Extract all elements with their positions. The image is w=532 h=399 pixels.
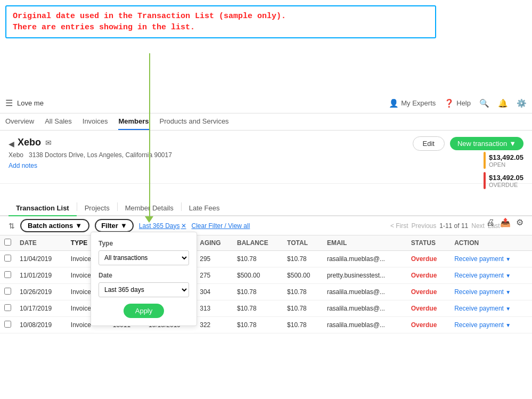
next-page-link[interactable]: Next: [471, 222, 485, 230]
apply-filter-button[interactable]: Apply: [124, 304, 165, 318]
bell-icon[interactable]: 🔔: [498, 99, 508, 108]
overdue-status-bar: [484, 172, 486, 189]
overdue-amount: $13,492.05: [489, 174, 523, 182]
search-icon[interactable]: 🔍: [479, 99, 489, 108]
action-dropdown-icon-3[interactable]: ▼: [505, 306, 511, 312]
row-total-1: $500.00: [283, 267, 323, 284]
open-status-box: $13,492.05 OPEN: [484, 152, 523, 169]
row-status-0[interactable]: Overdue: [407, 251, 451, 267]
row-balance-2: $10.78: [233, 284, 283, 300]
my-experts-label: My Experts: [401, 99, 436, 107]
overdue-label: OVERDUE: [489, 182, 523, 188]
person-icon: 👤: [389, 99, 399, 108]
tab-late-fees[interactable]: Late Fees: [182, 201, 227, 216]
action-dropdown-icon-0[interactable]: ▼: [505, 256, 511, 262]
my-experts-button[interactable]: 👤 My Experts: [389, 99, 436, 108]
row-aging-4: 322: [195, 317, 233, 333]
batch-actions-label: Batch actions: [28, 222, 73, 230]
subnav-products[interactable]: Products and Services: [160, 113, 229, 130]
row-checkbox-1[interactable]: [4, 271, 11, 278]
row-date-3: 10/17/2019: [15, 300, 67, 317]
row-status-2[interactable]: Overdue: [407, 284, 451, 300]
open-amount: $13,492.05: [489, 153, 523, 161]
new-transaction-button[interactable]: New transaction ▼: [450, 137, 523, 150]
dropdown-arrow-icon: ▼: [509, 140, 516, 148]
filter-tag: Last 365 Days ✕: [139, 222, 186, 230]
select-all-checkbox[interactable]: [4, 239, 11, 246]
tab-projects[interactable]: Projects: [77, 201, 117, 216]
help-button[interactable]: ❓ Help: [444, 99, 471, 108]
transactions-table: DATE TYPE ▲ MEMO DUE DATE AGING BALANCE …: [0, 235, 532, 333]
first-page-link[interactable]: < First: [390, 222, 408, 230]
subnav-invoices[interactable]: Invoices: [83, 113, 108, 130]
hamburger-icon[interactable]: ☰: [5, 98, 13, 108]
table-container: DATE TYPE ▲ MEMO DUE DATE AGING BALANCE …: [0, 235, 532, 399]
row-total-3: $10.78: [283, 300, 323, 317]
aging-header: AGING: [195, 235, 233, 251]
row-action-1[interactable]: Receive payment ▼: [450, 267, 532, 284]
row-status-4[interactable]: Overdue: [407, 317, 451, 333]
row-aging-2: 304: [195, 284, 233, 300]
toolbar-icons: 🖨 📤 ⚙: [486, 217, 523, 227]
row-action-4[interactable]: Receive payment ▼: [450, 317, 532, 333]
sort-icon[interactable]: ⇅: [9, 222, 15, 230]
balance-header: BALANCE: [233, 235, 283, 251]
nav-right: 👤 My Experts ❓ Help 🔍 🔔 ⚙️: [389, 99, 527, 108]
row-balance-0: $10.78: [233, 251, 283, 267]
total-header: TOTAL: [283, 235, 323, 251]
row-action-3[interactable]: Receive payment ▼: [450, 300, 532, 317]
help-icon: ❓: [444, 99, 454, 108]
subnav-overview[interactable]: Overview: [5, 113, 34, 130]
row-email-0: rasalila.mueblas@...: [323, 251, 407, 267]
gear-icon[interactable]: ⚙️: [517, 99, 527, 108]
row-checkbox-0[interactable]: [4, 255, 11, 262]
edit-button[interactable]: Edit: [413, 136, 445, 151]
client-name: Xebo: [18, 137, 41, 148]
client-actions: Edit New transaction ▼: [413, 136, 524, 151]
row-status-1[interactable]: Overdue: [407, 267, 451, 284]
open-label: OPEN: [489, 161, 523, 168]
client-address: Xebo 3138 Doctors Drive, Los Angeles, Ca…: [9, 151, 523, 159]
print-icon[interactable]: 🖨: [486, 218, 495, 227]
collapse-icon[interactable]: ◀: [9, 140, 14, 148]
batch-actions-button[interactable]: Batch actions ▼: [20, 219, 89, 232]
clear-filter-link[interactable]: Clear Filter / View all: [192, 222, 250, 230]
add-notes-link[interactable]: Add notes: [9, 162, 523, 169]
row-balance-4: $10.78: [233, 317, 283, 333]
action-header: ACTION: [450, 235, 532, 251]
filter-tag-close-icon[interactable]: ✕: [181, 222, 186, 230]
previous-page-link[interactable]: Previous: [412, 222, 437, 230]
status-header: STATUS: [407, 235, 451, 251]
export-icon[interactable]: 📤: [500, 217, 511, 227]
subnav-members[interactable]: Members: [118, 113, 149, 130]
tab-transaction-list[interactable]: Transaction List: [9, 201, 77, 216]
action-dropdown-icon-2[interactable]: ▼: [505, 289, 511, 295]
overdue-status-info: $13,492.05 OVERDUE: [489, 174, 523, 188]
type-filter-select[interactable]: All transactions Invoice Payment: [99, 250, 189, 265]
sub-nav: Overview All Sales Invoices Members Prod…: [0, 113, 532, 131]
row-date-1: 11/01/2019: [15, 267, 67, 284]
date-filter-select[interactable]: Last 365 days Last 30 days Last 90 days …: [99, 282, 189, 297]
row-action-0[interactable]: Receive payment ▼: [450, 251, 532, 267]
action-dropdown-icon-4[interactable]: ▼: [505, 322, 511, 328]
row-total-2: $10.78: [283, 284, 323, 300]
subnav-all-sales[interactable]: All Sales: [45, 113, 72, 130]
row-checkbox-3[interactable]: [4, 304, 11, 311]
table-row: 10/08/2019 Invoice 13011 10/15/2019 322 …: [0, 317, 532, 333]
row-date-0: 11/04/2019: [15, 251, 67, 267]
table-row: 10/17/2019 Invoice 10/24/2019 313 $10.78…: [0, 300, 532, 317]
row-action-2[interactable]: Receive payment ▼: [450, 284, 532, 300]
filter-dropdown-icon: ▼: [120, 222, 127, 230]
action-dropdown-icon-1[interactable]: ▼: [505, 273, 511, 279]
row-checkbox-2[interactable]: [4, 288, 11, 295]
settings-icon[interactable]: ⚙: [516, 217, 523, 227]
status-boxes: $13,492.05 OPEN $13,492.05 OVERDUE: [484, 152, 523, 189]
annotation-text-line2: There are entries showing in the list.: [13, 22, 429, 33]
filter-button[interactable]: Filter ▼: [95, 219, 134, 232]
date-header: DATE: [15, 235, 67, 251]
row-checkbox-4[interactable]: [4, 321, 11, 328]
table-row: 10/26/2019 Invoice 11/02/2019 304 $10.78…: [0, 284, 532, 300]
row-checkbox-cell-4: [0, 317, 15, 333]
mail-icon[interactable]: ✉: [45, 139, 52, 147]
row-status-3[interactable]: Overdue: [407, 300, 451, 317]
